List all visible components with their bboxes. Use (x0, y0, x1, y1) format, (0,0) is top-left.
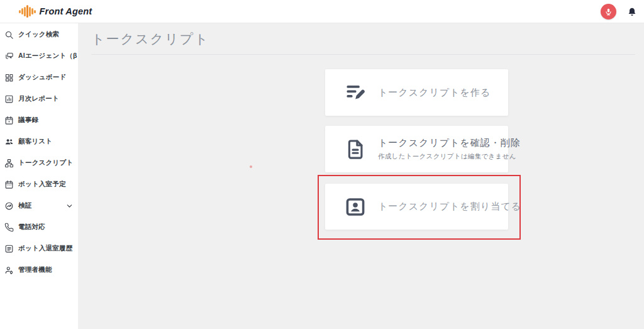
sitemap-icon (4, 159, 14, 168)
topbar-actions (601, 0, 637, 23)
sidebar: クイック検索 AIエージェント（β） ダッシュボード 月次レポート 議事録 (0, 23, 78, 329)
trend-circle-icon (4, 201, 14, 211)
sidebar-item-label: 検証 (18, 201, 31, 210)
sidebar-item-talk-script[interactable]: トークスクリプト (0, 152, 78, 174)
sidebar-item-label: AIエージェント（β） (18, 52, 84, 60)
card-title: トークスクリプトを割り当てる (378, 201, 521, 213)
card-subtitle: 作成したトークスクリプトは編集できません (378, 152, 521, 161)
sidebar-item-bot-entry-schedule[interactable]: ボット入室予定 (0, 174, 78, 195)
brand-logo-icon (19, 4, 36, 18)
document-lines-icon (4, 244, 14, 254)
edit-note-icon (343, 81, 367, 104)
brand[interactable]: Front Agent (19, 4, 92, 18)
sidebar-item-label: 電話対応 (18, 223, 45, 231)
sidebar-item-label: ボット入室予定 (18, 180, 66, 189)
person-gear-icon (4, 265, 14, 275)
dashboard-grid-icon (4, 73, 14, 82)
calendar-dot-icon (4, 116, 14, 125)
people-icon (4, 137, 14, 147)
sidebar-item-label: 管理者機能 (18, 265, 52, 274)
check-delete-talk-script-card[interactable]: トークスクリプトを確認・削除 作成したトークスクリプトは編集できません (325, 126, 508, 172)
sidebar-item-quick-search[interactable]: クイック検索 (0, 24, 78, 45)
sidebar-item-ai-agent[interactable]: AIエージェント（β） (0, 45, 78, 67)
mic-button[interactable] (601, 4, 616, 20)
sidebar-item-label: ボット入退室履歴 (18, 244, 72, 253)
chevron-down-icon (66, 203, 73, 209)
mic-icon (604, 8, 613, 16)
sidebar-item-monthly-report[interactable]: 月次レポート (0, 88, 78, 109)
sidebar-item-label: トークスクリプト (18, 159, 73, 167)
app-window: Front Agent (0, 0, 644, 329)
bell-button[interactable] (627, 7, 637, 17)
stray-dot (250, 165, 252, 168)
bar-chart-icon (4, 94, 14, 104)
assign-talk-script-card[interactable]: トークスクリプトを割り当てる (325, 184, 508, 230)
topbar: Front Agent (0, 0, 644, 23)
card-title: トークスクリプトを確認・削除 (378, 137, 521, 149)
sidebar-item-admin-functions[interactable]: 管理者機能 (0, 259, 78, 281)
page-title: トークスクリプト (91, 30, 209, 48)
sidebar-item-label: 議事録 (18, 116, 38, 125)
search-icon (4, 30, 14, 40)
card-title: トークスクリプトを作る (378, 87, 491, 99)
main-content: トークスクリプト トークスクリプトを作る (78, 23, 644, 329)
sidebar-item-label: クイック検索 (18, 30, 59, 39)
sidebar-item-label: ダッシュボード (18, 73, 66, 82)
sidebar-item-verification[interactable]: 検証 (0, 195, 78, 216)
person-badge-icon (343, 196, 367, 218)
sidebar-item-minutes[interactable]: 議事録 (0, 109, 78, 131)
bell-icon (627, 7, 637, 17)
sidebar-item-label: 月次レポート (18, 94, 59, 103)
sidebar-item-dashboard[interactable]: ダッシュボード (0, 67, 78, 88)
phone-icon (4, 223, 14, 232)
chat-bubbles-icon (4, 52, 14, 61)
brand-name: Front Agent (40, 6, 92, 16)
document-icon (343, 138, 367, 160)
sidebar-item-label: 顧客リスト (18, 137, 52, 146)
create-talk-script-card[interactable]: トークスクリプトを作る (325, 69, 508, 116)
title-divider (91, 54, 635, 55)
sidebar-item-customer-list[interactable]: 顧客リスト (0, 131, 78, 152)
card-text-group: トークスクリプトを確認・削除 作成したトークスクリプトは編集できません (378, 137, 521, 161)
sidebar-item-phone-support[interactable]: 電話対応 (0, 216, 78, 238)
sidebar-item-bot-entry-exit-history[interactable]: ボット入退室履歴 (0, 238, 78, 259)
calendar-schedule-icon (4, 180, 14, 189)
